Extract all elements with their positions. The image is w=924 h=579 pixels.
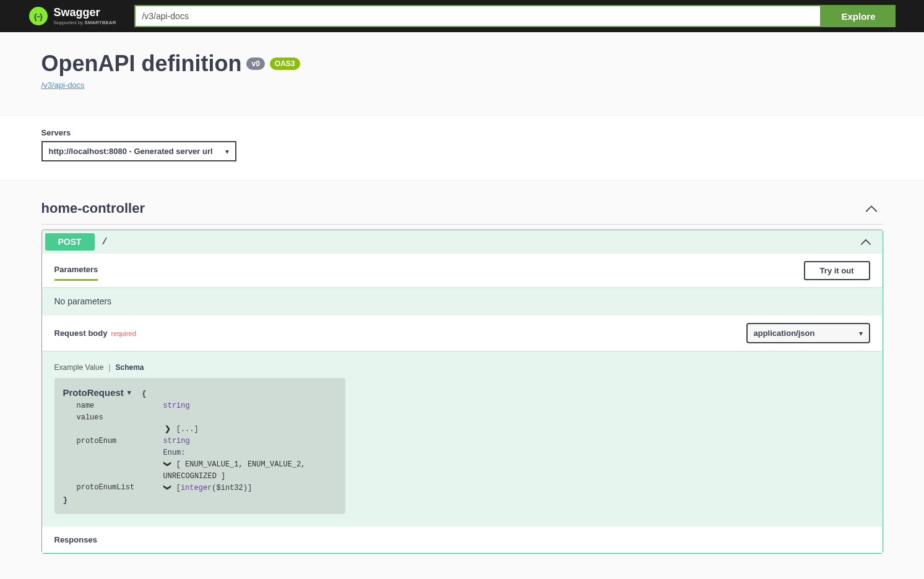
api-title: OpenAPI definition <box>41 51 242 77</box>
opblock-post: POST / Parameters Try it out No paramete… <box>41 229 883 554</box>
model-tabs: Example Value | Schema <box>54 363 870 372</box>
expand-toggle[interactable]: ❯ [...] <box>163 423 199 435</box>
base-url-link[interactable]: /v3/api-docs <box>41 80 85 90</box>
required-label: required <box>107 330 136 337</box>
prop-name: name <box>77 400 163 412</box>
topbar: {··} Swagger. Supported by SMARTBEAR Exp… <box>0 0 924 32</box>
opblock-summary[interactable]: POST / <box>42 230 883 254</box>
chevron-up-icon <box>860 202 883 215</box>
parameters-header: Parameters Try it out <box>42 254 883 287</box>
tab-parameters[interactable]: Parameters <box>54 260 98 281</box>
logo-text: Swagger <box>54 6 100 19</box>
tag-name: home-controller <box>41 200 860 217</box>
try-it-out-button[interactable]: Try it out <box>804 261 870 280</box>
servers-select[interactable]: http://localhost:8080 - Generated server… <box>41 141 236 161</box>
prop-type: string <box>163 435 190 447</box>
enum-label: Enum: <box>163 447 186 459</box>
schema-model: ProtoRequest ▾ { name string values <box>54 378 345 514</box>
request-body-label: Request body <box>54 328 108 338</box>
spec-url-form: Explore <box>134 5 895 27</box>
prop-name: values <box>77 412 163 424</box>
collapse-toggle[interactable]: ❯ [integer($int32)] <box>163 482 253 494</box>
model-name[interactable]: ProtoRequest ▾ <box>63 385 131 400</box>
tag-home-controller[interactable]: home-controller <box>41 193 883 225</box>
explore-button[interactable]: Explore <box>821 5 895 27</box>
tab-schema[interactable]: Schema <box>115 363 144 372</box>
request-body-header: Request body required application/json <box>42 315 883 351</box>
tab-example-value[interactable]: Example Value <box>54 363 104 372</box>
chevron-right-icon: ❯ <box>163 423 172 435</box>
logo[interactable]: {··} Swagger. Supported by SMARTBEAR <box>29 7 116 25</box>
chevron-down-icon: ❯ <box>162 484 173 492</box>
prop-name: protoEnum <box>77 435 163 447</box>
responses-header: Responses <box>42 526 883 553</box>
prop-type: string <box>163 400 190 412</box>
content-type-select[interactable]: application/json <box>746 323 870 343</box>
collapse-toggle[interactable]: ❯ [ ENUM_VALUE_1, ENUM_VALUE_2, UNRECOGN… <box>163 458 337 482</box>
info-section: OpenAPI definition v0 OAS3 /v3/api-docs <box>0 32 924 115</box>
logo-subtext: Supported by SMARTBEAR <box>54 20 116 25</box>
chevron-down-icon: ▾ <box>127 387 131 398</box>
no-parameters-message: No parameters <box>42 287 883 315</box>
spec-url-input[interactable] <box>134 5 821 27</box>
responses-label: Responses <box>54 535 870 544</box>
operations: home-controller POST / Parameters Try it… <box>23 181 902 575</box>
prop-name: protoEnumList <box>77 482 163 494</box>
request-body-content: Example Value | Schema ProtoRequest ▾ { … <box>42 351 883 526</box>
enum-values: [ ENUM_VALUE_1, ENUM_VALUE_2, UNRECOGNIZ… <box>163 460 306 481</box>
oas-badge: OAS3 <box>270 58 300 70</box>
chevron-up-icon <box>852 236 879 247</box>
version-badge: v0 <box>246 58 264 70</box>
method-badge: POST <box>45 233 95 251</box>
servers-section: Servers http://localhost:8080 - Generate… <box>0 115 924 181</box>
servers-label: Servers <box>41 128 883 137</box>
operation-path: / <box>95 237 852 247</box>
chevron-down-icon: ❯ <box>162 460 173 468</box>
swagger-icon: {··} <box>29 7 48 25</box>
api-title-row: OpenAPI definition v0 OAS3 <box>41 51 883 77</box>
